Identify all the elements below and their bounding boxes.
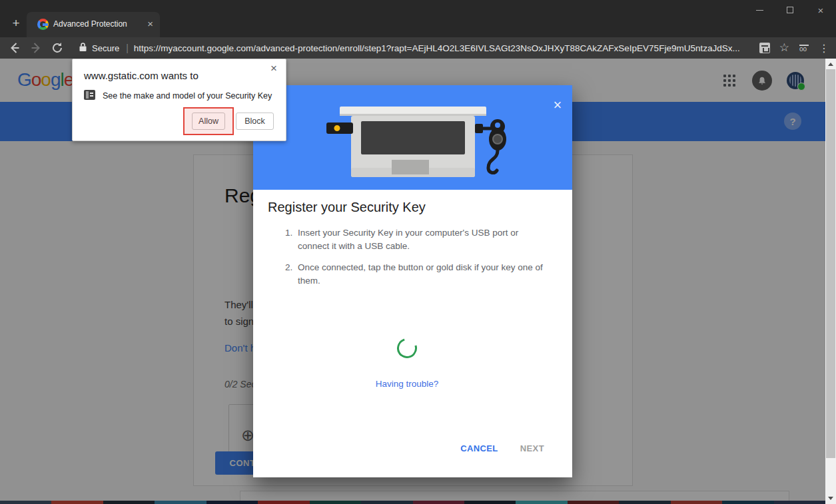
dialog-step: Insert your Security Key in your compute…	[295, 226, 549, 253]
tab-close-icon[interactable]: ×	[147, 18, 153, 29]
extension-icon[interactable]	[799, 43, 809, 53]
dialog-steps: Insert your Security Key in your compute…	[282, 226, 549, 296]
omnibox-divider: |	[126, 43, 129, 53]
back-icon[interactable]	[8, 41, 21, 55]
popup-close-icon[interactable]: ×	[267, 62, 280, 75]
block-button[interactable]: Block	[236, 113, 274, 130]
dialog-header: ×	[253, 85, 572, 190]
lock-icon[interactable]	[79, 42, 87, 55]
browser-window: + Advanced Protection × ×	[0, 0, 836, 504]
browser-toolbar: Secure | https://myaccount.google.com/ad…	[0, 37, 836, 59]
window-close-button[interactable]: ×	[805, 0, 836, 20]
google-favicon-icon	[37, 19, 49, 30]
tab-bar: + Advanced Protection × ×	[0, 0, 836, 37]
scroll-down-icon[interactable]	[828, 497, 833, 500]
url-field[interactable]: https://myaccount.google.com/advanced-pr…	[134, 43, 743, 53]
popup-request-text: See the make and model of your Security …	[103, 91, 272, 101]
dialog-title: Register your Security Key	[268, 200, 426, 215]
next-button[interactable]: NEXT	[520, 443, 544, 453]
scroll-up-icon[interactable]	[828, 63, 833, 66]
laptop-security-key-illustration	[313, 101, 513, 181]
minimize-button[interactable]	[744, 0, 775, 20]
scrollbar[interactable]	[825, 59, 836, 504]
dialog-close-icon[interactable]: ×	[548, 96, 567, 115]
maximize-button[interactable]	[775, 0, 805, 20]
browser-tab[interactable]: Advanced Protection ×	[27, 12, 160, 37]
security-key-dialog: × Register your Security Key Insert your…	[253, 85, 572, 477]
new-tab-button[interactable]: +	[9, 17, 23, 30]
security-key-device-icon	[84, 90, 95, 100]
having-trouble-link[interactable]: Having trouble?	[376, 379, 439, 389]
bookmark-star-icon[interactable]: ☆	[779, 43, 789, 53]
secure-label: Secure	[92, 43, 119, 53]
translate-icon[interactable]	[759, 43, 770, 53]
window-controls: ×	[744, 0, 836, 21]
loading-spinner	[394, 335, 421, 362]
menu-icon[interactable]: ⋮	[819, 42, 829, 55]
cancel-button[interactable]: CANCEL	[460, 443, 498, 453]
scrollbar-thumb[interactable]	[826, 69, 835, 458]
click-highlight-annotation	[183, 107, 234, 135]
popup-title: www.gstatic.com wants to	[84, 70, 199, 81]
tab-title: Advanced Protection	[53, 19, 127, 29]
reload-icon[interactable]	[51, 41, 64, 55]
dialog-step: Once connected, tap the button or gold d…	[295, 261, 549, 288]
permission-popup: × www.gstatic.com wants to See the make …	[72, 59, 286, 141]
forward-icon[interactable]	[29, 41, 43, 55]
